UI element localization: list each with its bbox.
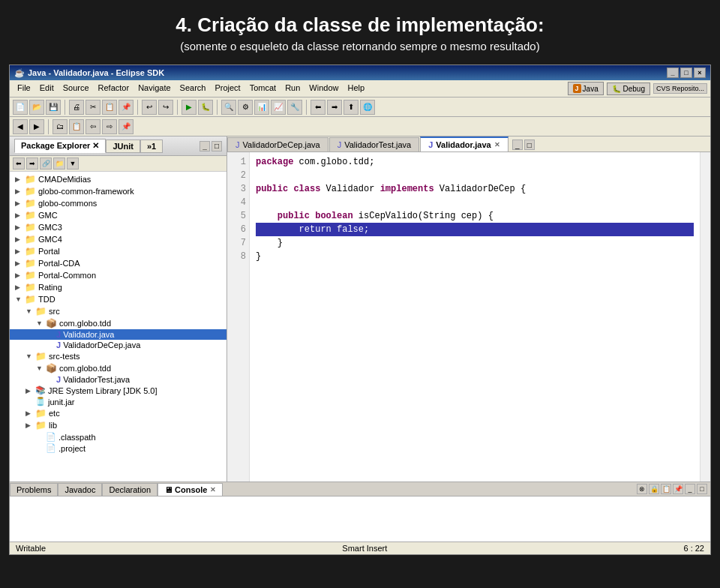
tree-item[interactable]: 📄 .classpath (10, 431, 226, 442)
menu-navigate[interactable]: Navigate (134, 82, 175, 95)
tab-validador-test[interactable]: J ValidadorTest.java (329, 137, 420, 152)
menu-source[interactable]: Source (58, 82, 94, 95)
tab-validador[interactable]: J Validador.java ✕ (420, 136, 508, 152)
clear-console-btn[interactable]: ⊗ (637, 484, 647, 494)
tool10[interactable]: ➡ (327, 100, 342, 115)
tree-item[interactable]: ▶📁 GMC4 (10, 233, 226, 245)
cut-button[interactable]: ✂ (86, 100, 100, 115)
tree-item[interactable]: ▶📁 lib (10, 419, 226, 431)
close-console-icon[interactable]: ✕ (210, 486, 216, 494)
tree-item[interactable]: J Validador.java (10, 329, 226, 340)
tree-item[interactable]: ▶📚 JRE System Library [JDK 5.0] (10, 385, 226, 396)
tree-item[interactable]: ▶📁 Rating (10, 281, 226, 293)
menu-window[interactable]: Window (304, 82, 343, 95)
tree-item[interactable]: ▶📁 GMC (10, 209, 226, 221)
copy-console-btn[interactable]: 📋 (661, 484, 671, 494)
nav-button[interactable]: ⇦ (86, 119, 100, 134)
search-btn[interactable]: 🔍 (221, 100, 236, 115)
scroll-lock-btn[interactable]: 🔒 (649, 484, 659, 494)
tree-item[interactable]: ▼📁 src-tests (10, 350, 226, 362)
menu-tomcat[interactable]: Tomcat (245, 82, 280, 95)
paste-console-btn[interactable]: 📌 (673, 484, 683, 494)
print-button[interactable]: 🖨 (69, 100, 84, 115)
minimize-editor-btn[interactable]: _ (512, 140, 523, 150)
tree-item[interactable]: 📄 .project (10, 442, 226, 454)
tab-marker[interactable]: »1 (140, 140, 163, 153)
max-console-btn[interactable]: □ (697, 484, 707, 494)
redo-button[interactable]: ↪ (158, 100, 173, 115)
tree-item[interactable]: ▶📁 GMC3 (10, 221, 226, 233)
debug-button[interactable]: 🐛 Debug (607, 82, 650, 95)
tree-item[interactable]: ▼📁 src (10, 305, 226, 317)
run-button[interactable]: ▶ (182, 100, 196, 115)
tree-item[interactable]: ▶📁 etc (10, 407, 226, 419)
link-editor-btn[interactable]: 🔗 (40, 158, 52, 170)
tool11[interactable]: ⬆ (344, 100, 358, 115)
tab-junit[interactable]: JUnit (106, 140, 140, 153)
tree-item[interactable]: J ValidadorTest.java (10, 374, 226, 385)
paste-button[interactable]: 📌 (118, 100, 134, 115)
tree-item[interactable]: ▼📦 com.globo.tdd (10, 317, 226, 329)
tree-item[interactable]: ▼📦 com.globo.tdd (10, 362, 226, 374)
tab-problems[interactable]: Problems (10, 483, 58, 496)
tree-item[interactable]: ▶📁 CMADeMidias (10, 173, 226, 185)
tree-item-label: globo-common-framework (38, 187, 134, 196)
debug-icon-btn[interactable]: 🐛 (198, 100, 213, 115)
maximize-panel-btn[interactable]: □ (212, 141, 222, 152)
close-button[interactable]: × (694, 68, 706, 78)
menu-search[interactable]: Search (176, 82, 211, 95)
expand-icon: ▼ (36, 320, 44, 327)
menu-project[interactable]: Project (210, 82, 244, 95)
tree-item[interactable]: J ValidadorDeCep.java (10, 340, 226, 350)
tool6[interactable]: 📊 (254, 100, 269, 115)
tool8[interactable]: 🔧 (287, 100, 302, 115)
undo-button[interactable]: ↩ (142, 100, 157, 115)
outline-button[interactable]: 📋 (69, 119, 84, 134)
explorer-menu-btn[interactable]: ▼ (67, 158, 79, 170)
tab-package-explorer[interactable]: Package Explorer ✕ (14, 139, 106, 153)
maximize-button[interactable]: □ (680, 68, 692, 78)
tree-item[interactable]: ▶📁 Portal-Common (10, 269, 226, 281)
menu-help[interactable]: Help (343, 82, 369, 95)
tool12[interactable]: 🌐 (360, 100, 375, 115)
tree-item[interactable]: ▶📁 globo-common-framework (10, 185, 226, 197)
tree-item[interactable]: ▶📁 globo-commons (10, 197, 226, 209)
tab-javadoc[interactable]: Javadoc (58, 483, 102, 496)
copy-button[interactable]: 📋 (102, 100, 117, 115)
tool9[interactable]: ⬅ (310, 100, 326, 115)
code-editor[interactable]: package com.globo.tdd; public class Vali… (250, 152, 700, 482)
tree-item[interactable]: ▶📁 Portal-CDA (10, 257, 226, 269)
java-perspective-button[interactable]: J Java (568, 82, 604, 95)
tree-item[interactable]: 🫙 junit.jar (10, 396, 226, 407)
open-button[interactable]: 📂 (29, 100, 44, 115)
editor-scrollbar[interactable] (700, 152, 710, 482)
tab-console[interactable]: 🖥 Console ✕ (158, 483, 222, 496)
nav-button2[interactable]: ⇨ (102, 119, 117, 134)
tree-item[interactable]: ▶📁 Portal (10, 245, 226, 257)
title-bar-buttons[interactable]: _ □ × (667, 68, 706, 78)
cvs-button[interactable]: CVS Reposito... (653, 83, 707, 94)
tool5[interactable]: ⚙ (238, 100, 253, 115)
forward-button[interactable]: ▶ (29, 119, 44, 134)
save-button[interactable]: 💾 (46, 100, 61, 115)
tool7[interactable]: 📈 (271, 100, 286, 115)
tab-declaration[interactable]: Declaration (102, 483, 158, 496)
new-folder-btn[interactable]: 📁 (53, 158, 65, 170)
collapse-all-btn[interactable]: ⬅ (13, 158, 25, 170)
expand-all-btn[interactable]: ➡ (26, 158, 38, 170)
hierarchy-button[interactable]: 🗂 (52, 119, 68, 134)
min-console-btn[interactable]: _ (685, 484, 695, 494)
menu-run[interactable]: Run (280, 82, 304, 95)
tab-validador-de-cep[interactable]: J ValidadorDeCep.java (227, 137, 328, 152)
menu-edit[interactable]: Edit (35, 82, 58, 95)
close-tab-icon[interactable]: ✕ (494, 141, 500, 148)
minimize-panel-btn[interactable]: _ (200, 141, 210, 152)
minimize-button[interactable]: _ (667, 68, 679, 78)
back-button[interactable]: ◀ (13, 119, 28, 134)
menu-file[interactable]: File (13, 82, 35, 95)
tree-item[interactable]: ▼📁 TDD (10, 293, 226, 305)
maximize-editor-btn[interactable]: □ (524, 140, 535, 150)
new-button[interactable]: 📄 (13, 100, 28, 115)
menu-refactor[interactable]: Refactor (94, 82, 134, 95)
pin-button[interactable]: 📌 (118, 119, 134, 134)
